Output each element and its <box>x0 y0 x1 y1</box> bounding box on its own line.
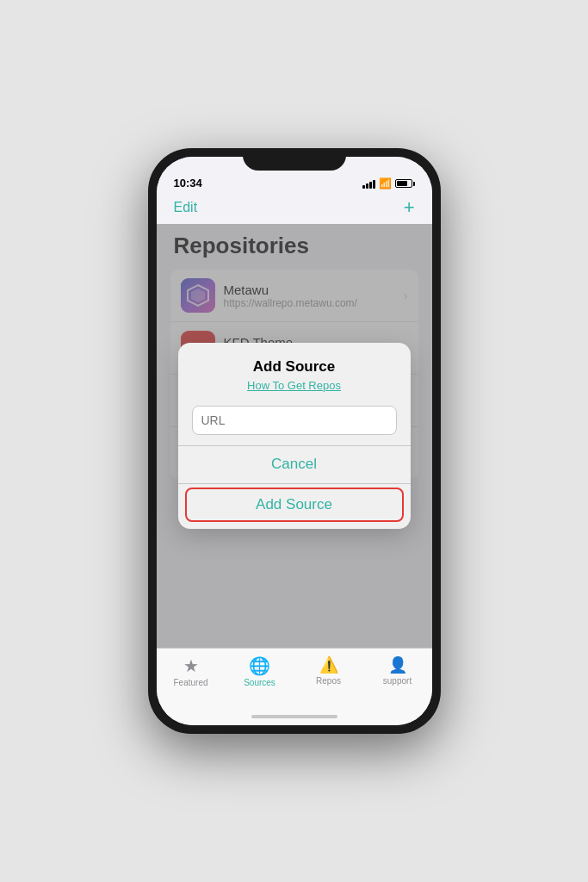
phone-frame: 10:34 📶 Edit + <box>148 148 441 734</box>
notch <box>243 148 346 171</box>
phone-screen: 10:34 📶 Edit + <box>157 157 432 725</box>
status-time: 10:34 <box>174 177 202 189</box>
add-button[interactable]: + <box>404 198 415 217</box>
featured-icon: ★ <box>183 655 199 676</box>
tab-featured[interactable]: ★ Featured <box>165 655 217 687</box>
dialog-input-wrap <box>178 406 411 445</box>
add-source-button[interactable]: Add Source <box>185 488 404 522</box>
battery-icon <box>395 179 415 188</box>
dialog-actions: Cancel Add Source <box>178 446 411 529</box>
sources-icon: 🌐 <box>249 655 270 676</box>
cancel-button[interactable]: Cancel <box>178 446 411 484</box>
wifi-icon: 📶 <box>379 177 392 189</box>
sources-label: Sources <box>244 678 275 687</box>
tab-repos[interactable]: ⚠️ Repos <box>303 655 355 686</box>
tab-support[interactable]: 👤 support <box>372 655 424 686</box>
dialog-header: Add Source How To Get Repos <box>178 343 411 406</box>
repos-label: Repos <box>316 676 341 686</box>
tab-bar: ★ Featured 🌐 Sources ⚠️ Repos 👤 support <box>157 648 432 708</box>
url-input[interactable] <box>192 406 397 435</box>
signal-icon <box>362 178 375 189</box>
home-indicator <box>157 708 432 725</box>
dialog-title: Add Source <box>192 358 397 376</box>
support-icon: 👤 <box>388 655 407 674</box>
support-label: support <box>383 676 412 686</box>
repos-icon: ⚠️ <box>319 655 338 674</box>
main-content: Repositories <box>157 224 432 648</box>
tab-sources[interactable]: 🌐 Sources <box>234 655 286 687</box>
status-icons: 📶 <box>362 177 415 189</box>
how-to-get-repos-link[interactable]: How To Get Repos <box>192 379 397 392</box>
add-source-dialog: Add Source How To Get Repos Cancel Add S… <box>178 343 411 529</box>
dialog-container: Add Source How To Get Repos Cancel Add S… <box>157 224 432 648</box>
home-bar <box>251 715 337 718</box>
featured-label: Featured <box>173 678 207 687</box>
nav-bar: Edit + <box>157 195 432 224</box>
edit-button[interactable]: Edit <box>174 200 198 215</box>
